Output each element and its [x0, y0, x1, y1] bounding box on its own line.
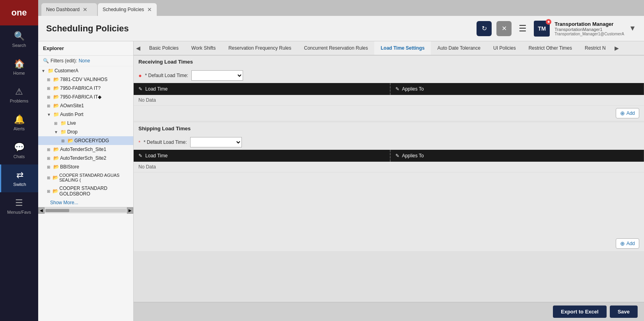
- tab-restrictn[interactable]: Restrict N: [578, 41, 612, 56]
- tree-label: Drop: [67, 129, 78, 135]
- tab-frequency[interactable]: Reservation Frequency Rules: [222, 41, 298, 56]
- sidebar-item-home[interactable]: 🏠 Home: [0, 53, 38, 81]
- sidebar-item-label: Search: [12, 43, 26, 48]
- close-button[interactable]: ✕: [496, 21, 512, 36]
- tree-item-grocery[interactable]: ⊞ 📂 GROCERYDDG: [38, 136, 133, 145]
- tree-label: Live: [67, 120, 76, 126]
- sidebar-item-chats[interactable]: 💬 Chats: [0, 137, 38, 164]
- filter-edit-link[interactable]: None: [79, 58, 90, 64]
- sidebar-item-problems[interactable]: ⚠ Problems: [0, 81, 38, 109]
- sidebar-item-label: Menus/Favs: [7, 210, 31, 215]
- tab-restrict[interactable]: Restrict Other Times: [522, 41, 578, 56]
- folder-icon: 📂: [53, 155, 59, 161]
- tab-basic[interactable]: Basic Policies: [143, 41, 185, 56]
- tree-item-live[interactable]: ⊞ 📁 Live: [38, 119, 133, 128]
- folder-icon: 📂: [53, 94, 59, 100]
- tree-item-7881[interactable]: ⊞ 📂 7881-CDV VALINHOS: [38, 75, 133, 84]
- browser-tab-neo[interactable]: Neo Dashboard ✕: [41, 3, 97, 16]
- sidebar-item-search[interactable]: 🔍 Search: [0, 25, 38, 53]
- tree-label: GROCERYDDG: [74, 138, 109, 143]
- shipping-table: ✎ Load Time ✎ Applies To: [134, 150, 644, 172]
- action-bar: Export to Excel Save: [134, 302, 644, 321]
- tab-autodate[interactable]: Auto Date Tolerance: [431, 41, 487, 56]
- tree-item-autotender1[interactable]: ⊞ 📂 AutoTenderSch_Site1: [38, 145, 133, 154]
- search-icon: 🔍: [14, 31, 25, 41]
- plus-icon: ⊕: [620, 240, 625, 247]
- receiving-add-button[interactable]: ⊕ Add: [616, 108, 639, 118]
- tab-nav-right-button[interactable]: ▶: [612, 43, 621, 53]
- menus-icon: ☰: [15, 198, 23, 208]
- sidebar-item-switch[interactable]: ⇄ Switch: [0, 164, 38, 192]
- expand-icon: ⊞: [47, 147, 53, 152]
- tree-item-cooper2[interactable]: ⊞ 📂 COOPER STANDARD GOLDSBORO: [38, 184, 133, 198]
- browser-tab-scheduling[interactable]: Scheduling Policies ✕: [98, 3, 157, 16]
- shipping-default-row: * * Default Load Time:: [134, 135, 644, 150]
- shipping-section-title: Shipping Load Times: [134, 122, 644, 135]
- chats-icon: 💬: [14, 142, 25, 153]
- export-to-excel-button[interactable]: Export to Excel: [553, 306, 607, 318]
- shipping-add-button[interactable]: ⊕ Add: [616, 238, 639, 249]
- tree-item-austin[interactable]: ▼ 📁 Austin Port: [38, 110, 133, 119]
- tab-workshifts[interactable]: Work Shifts: [185, 41, 222, 56]
- scroll-left-arrow[interactable]: ◀: [38, 207, 45, 214]
- sidebar-item-menus[interactable]: ☰ Menus/Favs: [0, 192, 38, 220]
- save-button[interactable]: Save: [610, 306, 638, 318]
- table-header: ✎ Load Time ✎ Applies To: [134, 83, 644, 95]
- shipping-empty-space: [134, 172, 644, 236]
- folder-icon: 📂: [53, 85, 59, 91]
- shipping-add-row: ⊕ Add: [134, 236, 644, 251]
- receiving-default-label: * Default Load Time:: [145, 73, 188, 78]
- receiving-table: ✎ Load Time ✎ Applies To: [134, 83, 644, 106]
- content-area: Explorer 🔍 Filters (edit): None ▼ 📁 Cust…: [38, 41, 644, 321]
- table-body: No Data: [134, 95, 644, 106]
- expand-icon: ⊞: [61, 139, 67, 143]
- notification-badge: ★: [546, 19, 551, 25]
- table-row: No Data: [134, 162, 644, 172]
- app-logo[interactable]: one: [0, 0, 38, 25]
- shipping-default-select[interactable]: [190, 137, 242, 147]
- problems-icon: ⚠: [15, 87, 23, 97]
- tab-nav-left-button[interactable]: ◀: [134, 43, 143, 53]
- tree-item-drop[interactable]: ▼ 📁 Drop: [38, 128, 133, 136]
- refresh-button[interactable]: ↻: [477, 21, 492, 36]
- folder-icon: 📁: [48, 68, 54, 73]
- receiving-section: Receiving Load Times ● * Default Load Ti…: [134, 56, 644, 121]
- folder-icon: 📂: [53, 77, 59, 82]
- scroll-right-arrow[interactable]: ▶: [127, 207, 133, 214]
- expand-icon: ▼: [41, 69, 47, 73]
- tree-label: 7950-FABRICA IT◆: [60, 94, 101, 100]
- shipping-default-label: * Default Load Time:: [144, 139, 187, 145]
- receiving-add-row: ⊕ Add: [134, 106, 644, 121]
- sidebar-item-label: Home: [13, 71, 25, 75]
- expand-icon: ⊞: [47, 77, 53, 82]
- chevron-down-icon[interactable]: ▼: [629, 24, 636, 33]
- tree-item-bbistore[interactable]: ⊞ 📂 BBIStore: [38, 162, 133, 171]
- tree-label: AOwnSite1: [60, 103, 84, 108]
- user-name: Transportation Manager: [555, 21, 624, 27]
- tree-item-autotender2[interactable]: ⊞ 📂 AutoTenderSch_Site2: [38, 154, 133, 162]
- header-right: ↻ ✕ ☰ TM ★ Transportation Manager Transp…: [477, 21, 636, 37]
- close-icon[interactable]: ✕: [147, 6, 152, 13]
- table-header: ✎ Load Time ✎ Applies To: [134, 150, 644, 162]
- tab-uipolicies[interactable]: UI Policies: [487, 41, 522, 56]
- expand-icon: ⊞: [47, 156, 53, 160]
- tree-item-7950-1[interactable]: ⊞ 📂 7950-FABRICA IT?: [38, 84, 133, 93]
- tree-item-aown[interactable]: ⊞ 📂 AOwnSite1: [38, 101, 133, 110]
- tree-item-customerA[interactable]: ▼ 📁 CustomerA: [38, 66, 133, 75]
- receiving-default-select[interactable]: [191, 70, 243, 81]
- show-more-link[interactable]: Show More...: [38, 198, 133, 207]
- menu-icon[interactable]: ☰: [516, 21, 529, 36]
- tab-concurrent[interactable]: Concurrent Reservation Rules: [298, 41, 374, 56]
- table-body: No Data: [134, 162, 644, 172]
- horizontal-scrollbar[interactable]: ◀ ▶: [38, 207, 133, 213]
- tab-loadtime[interactable]: Load Time Settings: [374, 41, 431, 56]
- receiving-default-row: ● * Default Load Time:: [134, 68, 644, 83]
- tree-label: 7950-FABRICA IT?: [60, 85, 101, 91]
- expand-icon: ⊞: [47, 86, 53, 91]
- edit-icon: ✎: [395, 153, 399, 159]
- tree-label: 7881-CDV VALINHOS: [60, 77, 107, 82]
- close-icon[interactable]: ✕: [83, 6, 88, 13]
- tree-item-cooper1[interactable]: ⊞ 📂 COOPER STANDARD AGUAS SEALING (: [38, 171, 133, 184]
- sidebar-item-alerts[interactable]: 🔔 Alerts: [0, 109, 38, 137]
- tree-item-7950-2[interactable]: ⊞ 📂 7950-FABRICA IT◆: [38, 93, 133, 101]
